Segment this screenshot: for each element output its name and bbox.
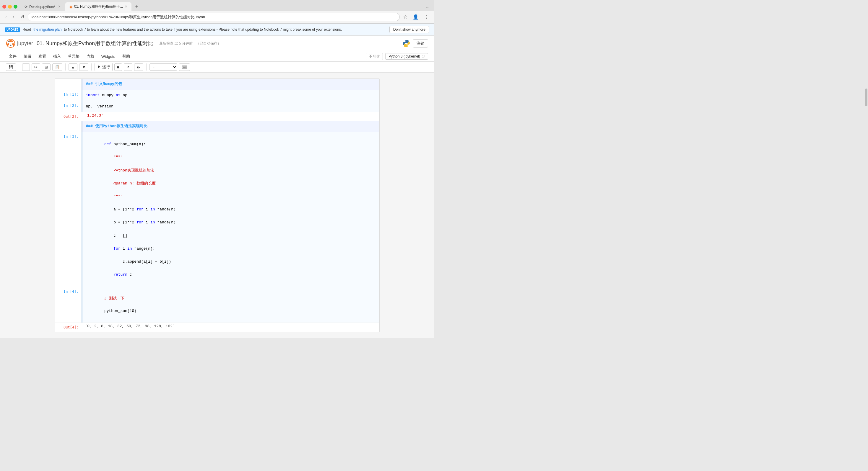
- output-value: '1.24.3': [85, 113, 103, 118]
- update-banner: UPDATE Read the migration plan to Notebo…: [0, 24, 434, 36]
- new-tab-button[interactable]: +: [132, 2, 141, 11]
- paste-cell-button[interactable]: 📋: [52, 63, 62, 71]
- tab-desktop-python[interactable]: ⟳ Desktop/python/ ✕: [20, 3, 65, 11]
- cut-cell-button[interactable]: ✂: [32, 63, 40, 71]
- jupyter-logo: jupyter: [6, 39, 33, 48]
- menu-bar: 文件 编辑 查看 插入 单元格 内核 Widgets 帮助 不可信 Python…: [0, 52, 434, 62]
- add-cell-button[interactable]: +: [22, 63, 30, 71]
- cell-code-4[interactable]: In [4]: # 测试一下 python_sum(10): [55, 287, 379, 323]
- code-text: i: [144, 207, 150, 211]
- move-up-button[interactable]: ▲: [68, 63, 78, 71]
- cell-out-text: Out[4]:: [64, 325, 79, 329]
- notebook-title[interactable]: 01. Numpy和原生Python用于数组计算的性能对比: [37, 40, 153, 47]
- tab-close-button[interactable]: ✕: [58, 5, 61, 8]
- stop-kernel-button[interactable]: ■: [114, 63, 122, 71]
- code-text: numpy: [102, 93, 116, 97]
- tab-notebook[interactable]: ◉ 01. Numpy和原生Python用于... ✕: [65, 2, 131, 11]
- menu-help[interactable]: 帮助: [119, 53, 133, 60]
- logout-button[interactable]: 注销: [413, 39, 428, 47]
- cell-in-label: In [4]:: [64, 290, 79, 294]
- cell-label-in-2: In [2]:: [55, 101, 82, 112]
- cell-content-code-1[interactable]: import numpy as np: [82, 90, 379, 101]
- code-text: b = [i**2: [104, 220, 136, 225]
- code-text: python_sum(10): [104, 309, 136, 313]
- menu-insert[interactable]: 插入: [50, 53, 64, 60]
- kernel-status: Python 3 (ipykernel): [385, 53, 428, 60]
- menu-kernel[interactable]: 内核: [84, 53, 97, 60]
- cell-code-1[interactable]: In [1]: import numpy as np: [55, 90, 379, 101]
- back-button[interactable]: ‹: [4, 13, 8, 21]
- toolbar-separator-2: [65, 63, 66, 70]
- kw-for: for: [136, 220, 143, 225]
- cell-label-in-3: In [3]:: [55, 132, 82, 287]
- code-docstring: @param n: 数组的长度: [104, 181, 156, 186]
- maximize-window-button[interactable]: [13, 5, 18, 8]
- cell-output-2: '1.24.3': [82, 112, 379, 121]
- dont-show-button[interactable]: Don't show anymore: [390, 26, 429, 33]
- svg-point-1: [9, 40, 12, 42]
- browser-menu-button[interactable]: ⋮: [422, 13, 430, 21]
- code-text: np: [123, 93, 127, 97]
- restart-kernel-button[interactable]: ↺: [124, 63, 132, 71]
- cell-markdown-2[interactable]: ### 使用Python原生语法实现对比: [55, 121, 379, 132]
- keyboard-shortcuts-button[interactable]: ⌨: [179, 63, 190, 71]
- cell-label-in-4: In [4]:: [55, 287, 82, 323]
- code-text: range(n)]: [155, 220, 178, 225]
- svg-point-8: [407, 45, 408, 46]
- jupyter-header-right: 注销: [402, 39, 428, 47]
- jupyter-header: jupyter 01. Numpy和原生Python用于数组计算的性能对比 最新…: [0, 36, 434, 52]
- cell-in-label: In [1]:: [64, 92, 79, 97]
- cell-markdown-1[interactable]: ### 引入Numpy的包: [55, 79, 379, 90]
- kw-for: for: [136, 207, 143, 211]
- browser-controls: ‹ › ↺ ☆ 👤 ⋮: [0, 11, 434, 23]
- cell-out-text: Out[2]:: [64, 114, 79, 119]
- nav-controls: ‹ › ↺: [4, 13, 26, 21]
- cell-code-3[interactable]: In [3]: def python_sum(n): """" Python实现…: [55, 132, 379, 287]
- kw-def: def: [104, 142, 111, 146]
- profile-button[interactable]: 👤: [411, 13, 421, 21]
- menu-edit[interactable]: 编辑: [21, 53, 34, 60]
- cell-type-selector[interactable]: - Code Markdown: [150, 63, 177, 70]
- svg-point-5: [12, 41, 13, 42]
- notebook-content: ### 引入Numpy的包 In [1]: import numpy as np…: [0, 73, 434, 338]
- migration-plan-link[interactable]: the migration plan: [33, 28, 61, 32]
- move-down-button[interactable]: ▼: [79, 63, 88, 71]
- svg-point-4: [8, 41, 10, 42]
- cell-content-code-2[interactable]: np.__version__: [82, 101, 379, 112]
- code-docstring: Python实现数组的加法: [104, 168, 154, 173]
- cell-content-code-3[interactable]: def python_sum(n): """" Python实现数组的加法 @p…: [82, 132, 379, 287]
- code-text: i: [121, 246, 127, 251]
- menu-right: 不可信 Python 3 (ipykernel): [366, 53, 428, 60]
- kw-return: return: [114, 272, 127, 277]
- cell-content-code-4[interactable]: # 测试一下 python_sum(10): [82, 287, 379, 323]
- forward-button[interactable]: ›: [11, 13, 16, 21]
- reload-button[interactable]: ↺: [19, 13, 26, 21]
- url-bar[interactable]: [28, 13, 400, 21]
- code-text: c = []: [104, 233, 127, 238]
- restart-run-all-button[interactable]: ⏭: [134, 63, 143, 71]
- save-button[interactable]: 💾: [6, 63, 16, 71]
- code-docstring: """": [104, 155, 123, 159]
- copy-cell-button[interactable]: ⊞: [42, 63, 51, 71]
- kernel-circle-icon: [422, 55, 425, 58]
- code-text: [104, 246, 114, 251]
- cell-code-2[interactable]: In [2]: np.__version__: [55, 101, 379, 112]
- menu-view[interactable]: 查看: [35, 53, 49, 60]
- code-text: a = [i**2: [104, 207, 136, 211]
- bookmark-button[interactable]: ☆: [402, 13, 409, 21]
- tab-favicon: ◉: [69, 5, 72, 9]
- tab-list-button[interactable]: ⌄: [423, 3, 432, 11]
- menu-cell[interactable]: 单元格: [65, 53, 83, 60]
- code-docstring: """": [104, 194, 123, 199]
- tab-close-button[interactable]: ✕: [125, 5, 127, 8]
- tab-label: Desktop/python/: [29, 5, 55, 9]
- run-cell-button[interactable]: ▶ 运行: [95, 63, 113, 71]
- close-window-button[interactable]: [2, 5, 6, 8]
- minimize-window-button[interactable]: [8, 5, 12, 8]
- menu-file[interactable]: 文件: [6, 53, 20, 60]
- output-row-2: Out[2]: '1.24.3': [55, 112, 379, 121]
- toolbar-separator-1: [19, 63, 19, 70]
- menu-widgets[interactable]: Widgets: [98, 53, 118, 60]
- toolbar-separator-3: [91, 63, 92, 70]
- kw-in: in: [150, 207, 155, 211]
